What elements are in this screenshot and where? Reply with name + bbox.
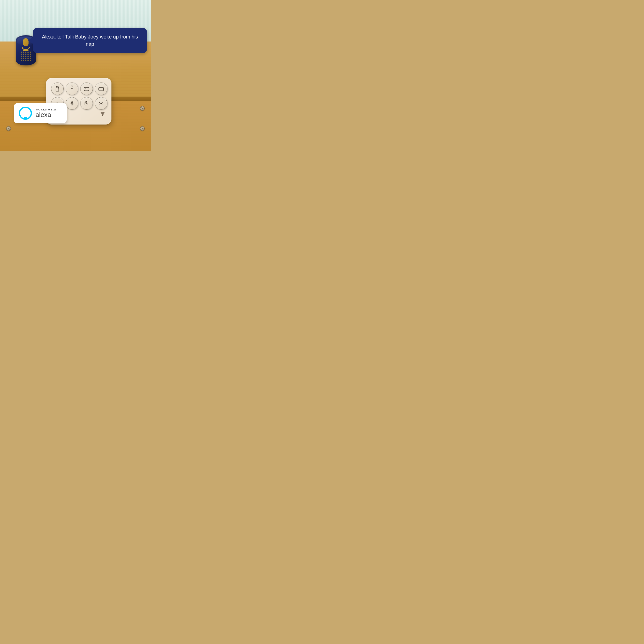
asterisk-icon (98, 100, 104, 107)
svg-text:2: 2 (100, 88, 100, 89)
screw-bottom-right (140, 126, 145, 131)
alexa-text-block: WORKS WITH alexa (35, 108, 57, 118)
talli-button-diaper2[interactable]: 2 (95, 83, 107, 95)
talli-button-custom[interactable] (95, 97, 107, 110)
works-with-alexa-badge: WORKS WITH alexa (14, 103, 67, 123)
talli-button-nursing[interactable] (66, 97, 78, 110)
svg-point-0 (71, 86, 73, 89)
wifi-icon (100, 112, 105, 117)
alexa-dot-grid (18, 52, 33, 62)
talli-button-diaper1[interactable]: 1 (80, 83, 93, 95)
alexa-label: alexa (35, 111, 57, 118)
screw-mid-right (140, 106, 145, 111)
screw-bottom-left (6, 126, 11, 131)
spoon-icon (69, 86, 75, 92)
diaper2-icon: 2 (98, 86, 104, 92)
talli-button-pump[interactable] (80, 97, 93, 110)
alexa-ring-logo (19, 107, 32, 120)
talli-button-bottle[interactable] (51, 83, 64, 95)
works-with-label: WORKS WITH (35, 108, 57, 111)
speech-bubble-text: Alexa, tell Talli Baby Joey woke up from… (40, 33, 140, 48)
diaper1-icon: 1 (83, 86, 90, 92)
pump-icon (83, 100, 90, 107)
talli-button-spoon[interactable] (66, 83, 78, 95)
nursing-icon (69, 100, 75, 107)
svg-point-16 (102, 115, 103, 116)
speech-bubble: Alexa, tell Talli Baby Joey woke up from… (33, 28, 147, 53)
svg-point-8 (71, 101, 73, 103)
svg-text:1: 1 (85, 88, 86, 89)
svg-point-9 (72, 104, 73, 105)
svg-rect-10 (85, 102, 87, 105)
main-scene: Alexa, tell Talli Baby Joey woke up from… (0, 0, 151, 151)
bottle-icon (54, 86, 61, 92)
